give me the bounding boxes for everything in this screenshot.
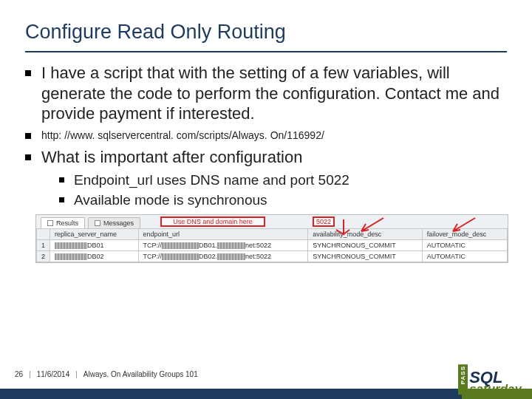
table-row: 2 DB02 TCP://DB02.net:5022 SYNCHRONOUS_C… [37,250,508,262]
cell-failover: AUTOMATIC [422,250,507,262]
footer-meta: 26 | 11/6/2014 | Always. On Availability… [15,370,198,378]
bullet-list: I have a script that with the setting of… [25,63,507,210]
cell-availmode: SYNCHRONOUS_COMMIT [308,250,423,262]
bullet-important-text: What is important after configuration [41,148,302,166]
sub-bullet-mode: Available mode is synchronous [59,191,507,210]
tab-results-label: Results [56,219,78,227]
col-availmode: availability_mode_desc [308,228,423,239]
separator: | [29,370,31,378]
grid-header-row: replica_server_name endpoint_url availab… [37,228,508,239]
cell-availmode: SYNCHRONOUS_COMMIT [308,239,423,250]
rownum-cell: 1 [37,239,50,250]
logo-pass-text: PASS [458,364,468,395]
bullet-main: I have a script that with the setting of… [25,63,507,124]
results-tabs: Results Messages [36,215,508,228]
footer-topic: Always. On Availability Groups 101 [83,370,198,378]
results-screenshot: Results Messages replica_server_name end… [35,214,508,263]
col-replica: replica_server_name [50,228,138,239]
logo-saturday-text: saturday [469,383,522,395]
cell-endpoint: TCP://DB02.net:5022 [138,250,308,262]
tab-messages-label: Messages [103,219,134,227]
tab-messages[interactable]: Messages [88,217,140,228]
grid-icon [47,220,53,226]
slide: Configure Read Only Routing I have a scr… [0,0,532,263]
footer-accent-bar [0,389,532,399]
rownum-cell: 2 [37,250,50,262]
separator: | [75,370,78,378]
sub-bullet-endpoint: Endpoint_url uses DNS name and port 5022 [59,171,507,190]
message-icon [95,220,100,226]
page-number: 26 [15,370,23,378]
rownum-header [37,228,50,239]
bullet-url: http: //www. sqlservercentral. com/scrip… [25,129,507,143]
sub-bullet-list: Endpoint_url uses DNS name and port 5022… [59,171,507,210]
slide-title: Configure Read Only Routing [25,21,507,52]
col-failover: failover_mode_desc [422,228,507,239]
results-grid: replica_server_name endpoint_url availab… [36,228,508,262]
cell-replica: DB02 [50,250,138,262]
pass-sql-saturday-logo: PASS SQL saturday [458,364,522,395]
tab-results[interactable]: Results [41,217,85,228]
footer-date: 11/6/2014 [37,370,70,378]
bullet-important: What is important after configuration En… [25,147,507,210]
cell-endpoint: TCP://DB01.net:5022 [138,239,308,250]
col-endpoint: endpoint_url [138,228,308,239]
cell-replica: DB01 [50,239,138,250]
table-row: 1 DB01 TCP://DB01.net:5022 SYNCHRONOUS_C… [37,239,508,250]
cell-failover: AUTOMATIC [422,239,507,250]
footer: 26 | 11/6/2014 | Always. On Availability… [0,362,532,399]
